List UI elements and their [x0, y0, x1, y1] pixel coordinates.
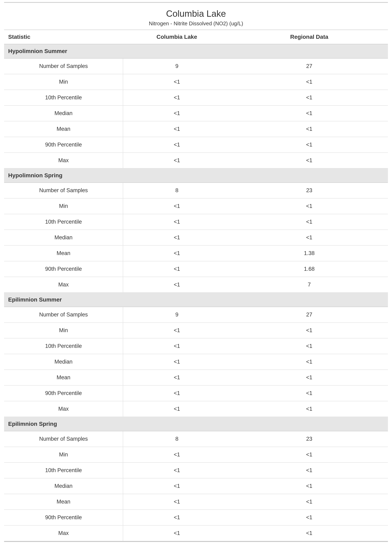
stat-label: Max [4, 277, 123, 293]
table-row: Number of Samples823 [4, 183, 388, 198]
stat-regional-value: <1 [231, 137, 388, 153]
table-row: 10th Percentile<1<1 [4, 214, 388, 230]
stat-regional-value: <1 [231, 510, 388, 525]
stat-label: Min [4, 323, 123, 338]
stat-local-value: <1 [123, 478, 231, 494]
stat-regional-value: <1 [231, 90, 388, 105]
stat-regional-value: <1 [231, 370, 388, 385]
stat-regional-value: 23 [231, 183, 388, 198]
stat-regional-value: <1 [231, 338, 388, 354]
table-row: Number of Samples927 [4, 58, 388, 74]
stat-label: 10th Percentile [4, 463, 123, 478]
stat-local-value: <1 [123, 494, 231, 510]
section-header-row: Epilimnion Summer [4, 293, 388, 307]
stat-regional-value: <1 [231, 478, 388, 494]
table-row: Min<1<1 [4, 74, 388, 90]
bottom-border [4, 541, 388, 542]
col-header-local: Columbia Lake [123, 30, 231, 44]
stat-label: Min [4, 198, 123, 214]
table-row: Mean<1<1 [4, 494, 388, 510]
stat-label: 10th Percentile [4, 90, 123, 105]
table-row: Number of Samples927 [4, 307, 388, 323]
report-container: Columbia Lake Nitrogen - Nitrite Dissolv… [0, 0, 392, 546]
section-header: Hypolimnion Summer [4, 44, 388, 58]
stat-local-value: <1 [123, 510, 231, 525]
stat-local-value: <1 [123, 153, 231, 168]
stat-label: Max [4, 153, 123, 168]
stat-local-value: 9 [123, 307, 231, 323]
stat-regional-value: 23 [231, 431, 388, 447]
section-header: Epilimnion Summer [4, 293, 388, 307]
stat-local-value: <1 [123, 370, 231, 385]
table-row: 90th Percentile<11.68 [4, 261, 388, 277]
section-header-row: Epilimnion Spring [4, 417, 388, 431]
stat-label: 10th Percentile [4, 214, 123, 230]
stat-local-value: <1 [123, 198, 231, 214]
page-title: Columbia Lake [4, 5, 388, 21]
table-row: Median<1<1 [4, 354, 388, 370]
stat-local-value: <1 [123, 323, 231, 338]
page-subtitle: Nitrogen - Nitrite Dissolved (NO2) (ug/L… [4, 21, 388, 30]
stat-label: Mean [4, 370, 123, 385]
stats-table: Statistic Columbia Lake Regional Data Hy… [4, 30, 388, 541]
col-header-statistic: Statistic [4, 30, 123, 44]
stat-regional-value: <1 [231, 214, 388, 230]
table-row: Median<1<1 [4, 230, 388, 246]
stat-regional-value: <1 [231, 525, 388, 541]
table-row: Mean<11.38 [4, 246, 388, 261]
stat-regional-value: <1 [231, 385, 388, 401]
stat-local-value: <1 [123, 246, 231, 261]
stat-label: Min [4, 447, 123, 463]
stat-label: Median [4, 478, 123, 494]
stat-local-value: <1 [123, 214, 231, 230]
stat-local-value: <1 [123, 463, 231, 478]
stat-regional-value: <1 [231, 401, 388, 417]
table-row: Min<1<1 [4, 198, 388, 214]
table-row: Max<1<1 [4, 401, 388, 417]
stat-regional-value: <1 [231, 494, 388, 510]
stat-local-value: <1 [123, 401, 231, 417]
stat-label: Median [4, 354, 123, 370]
table-row: Mean<1<1 [4, 370, 388, 385]
stat-local-value: <1 [123, 354, 231, 370]
stat-regional-value: 27 [231, 58, 388, 74]
section-header: Epilimnion Spring [4, 417, 388, 431]
stat-regional-value: <1 [231, 354, 388, 370]
table-row: Min<1<1 [4, 447, 388, 463]
stat-regional-value: <1 [231, 447, 388, 463]
stat-regional-value: 7 [231, 277, 388, 293]
stat-local-value: <1 [123, 525, 231, 541]
stat-local-value: <1 [123, 121, 231, 137]
stat-label: Min [4, 74, 123, 90]
stat-label: Max [4, 401, 123, 417]
stat-regional-value: <1 [231, 74, 388, 90]
stat-regional-value: 1.38 [231, 246, 388, 261]
stat-label: 90th Percentile [4, 385, 123, 401]
stat-regional-value: <1 [231, 198, 388, 214]
stat-label: Mean [4, 494, 123, 510]
section-header-row: Hypolimnion Spring [4, 168, 388, 183]
stat-regional-value: <1 [231, 323, 388, 338]
stat-local-value: <1 [123, 137, 231, 153]
stat-local-value: 9 [123, 58, 231, 74]
stat-local-value: 8 [123, 431, 231, 447]
table-row: Min<1<1 [4, 323, 388, 338]
top-border [4, 2, 388, 3]
table-row: 90th Percentile<1<1 [4, 510, 388, 525]
table-row: Max<1<1 [4, 525, 388, 541]
col-header-regional: Regional Data [231, 30, 388, 44]
stat-local-value: <1 [123, 90, 231, 105]
stat-label: Median [4, 105, 123, 121]
stat-regional-value: <1 [231, 230, 388, 246]
table-row: Number of Samples823 [4, 431, 388, 447]
stat-label: 90th Percentile [4, 510, 123, 525]
stat-label: Max [4, 525, 123, 541]
table-row: 90th Percentile<1<1 [4, 385, 388, 401]
stat-label: 10th Percentile [4, 338, 123, 354]
table-row: 10th Percentile<1<1 [4, 463, 388, 478]
stat-local-value: <1 [123, 447, 231, 463]
table-row: 10th Percentile<1<1 [4, 90, 388, 105]
stat-local-value: <1 [123, 261, 231, 277]
stat-local-value: <1 [123, 338, 231, 354]
stat-label: Mean [4, 246, 123, 261]
